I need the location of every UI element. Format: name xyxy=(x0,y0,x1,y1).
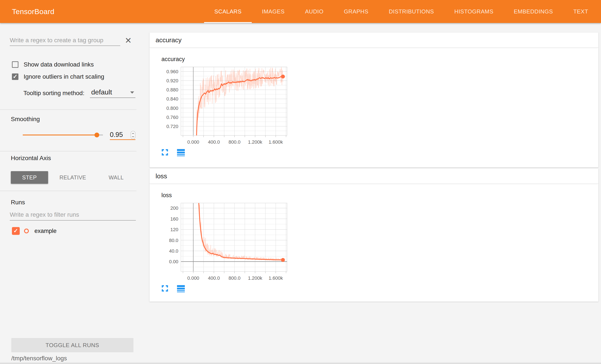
divider xyxy=(0,191,137,191)
run-selector-icon[interactable] xyxy=(177,149,185,156)
app-header: TensorBoard SCALARSIMAGESAUDIOGRAPHSDIST… xyxy=(0,0,601,23)
svg-text:1.600k: 1.600k xyxy=(269,275,283,281)
loss-chart[interactable]: 0.0040.080.01201602000.000400.0800.01.20… xyxy=(160,202,290,287)
divider xyxy=(0,151,137,152)
axis-mode-wall[interactable]: WALL xyxy=(98,171,135,184)
svg-text:0.000: 0.000 xyxy=(187,139,199,145)
smoothing-value-input[interactable] xyxy=(110,130,127,139)
fullscreen-icon[interactable] xyxy=(161,285,168,292)
smoothing-label: Smoothing xyxy=(11,116,40,123)
app-title: TensorBoard xyxy=(12,7,54,16)
toggle-all-runs-button[interactable]: TOGGLE ALL RUNS xyxy=(11,338,133,352)
svg-text:80.0: 80.0 xyxy=(169,238,178,243)
clear-tag-filter-icon[interactable]: ✕ xyxy=(125,36,132,45)
show-download-links-checkbox[interactable] xyxy=(12,61,19,68)
group-header-accuracy[interactable]: accuracy xyxy=(150,32,598,48)
ignore-outliers-checkbox[interactable] xyxy=(12,73,19,80)
svg-text:0.760: 0.760 xyxy=(166,115,178,120)
slider-thumb[interactable] xyxy=(94,133,99,137)
tab-text[interactable]: TEXT xyxy=(563,0,598,23)
tooltip-sorting-select[interactable]: default xyxy=(90,87,135,98)
tab-histograms[interactable]: HISTOGRAMS xyxy=(444,0,503,23)
smoothing-slider[interactable] xyxy=(23,132,103,138)
logdir-path: /tmp/tensorflow_logs xyxy=(11,355,67,362)
axis-mode-relative[interactable]: RELATIVE xyxy=(54,171,91,184)
svg-text:0.880: 0.880 xyxy=(166,87,178,92)
divider xyxy=(0,109,137,110)
svg-text:1.600k: 1.600k xyxy=(269,139,283,145)
svg-text:400.0: 400.0 xyxy=(208,275,220,281)
axis-mode-step[interactable]: STEP xyxy=(11,171,48,184)
smoothing-value-box xyxy=(110,130,135,140)
group-title: loss xyxy=(156,172,167,180)
tab-audio[interactable]: AUDIO xyxy=(295,0,334,23)
svg-text:800.0: 800.0 xyxy=(229,275,240,281)
svg-text:160: 160 xyxy=(170,216,178,222)
accuracy-chart[interactable]: 0.7200.7600.8000.8400.8800.9200.9600.000… xyxy=(160,66,290,151)
svg-text:400.0: 400.0 xyxy=(208,139,220,145)
run-row-example[interactable]: example xyxy=(12,226,57,236)
svg-text:0.00: 0.00 xyxy=(169,259,178,264)
tooltip-sorting-row: Tooltip sorting method: default xyxy=(23,88,84,98)
run-name: example xyxy=(34,228,57,234)
run-color-swatch xyxy=(24,229,29,233)
horizontal-axis-buttons: STEPRELATIVEWALL xyxy=(11,171,135,184)
svg-text:800.0: 800.0 xyxy=(229,139,240,145)
chart-title-loss: loss xyxy=(161,192,172,199)
chart-toolbar xyxy=(161,285,185,292)
svg-text:0.960: 0.960 xyxy=(166,69,178,74)
step-up-icon[interactable] xyxy=(132,133,134,135)
slider-fill xyxy=(23,135,97,135)
svg-text:40.0: 40.0 xyxy=(169,248,178,254)
svg-text:1.200k: 1.200k xyxy=(248,139,262,145)
group-header-loss[interactable]: loss xyxy=(150,169,598,184)
tab-images[interactable]: IMAGES xyxy=(252,0,295,23)
tooltip-sorting-value: default xyxy=(91,88,112,96)
show-download-links-label: Show data download links xyxy=(24,61,94,68)
group-title: accuracy xyxy=(156,36,181,44)
svg-text:0.840: 0.840 xyxy=(166,96,178,102)
ignore-outliers-label: Ignore outliers in chart scaling xyxy=(24,73,104,80)
runs-label: Runs xyxy=(11,199,25,206)
tab-embeddings[interactable]: EMBEDDINGS xyxy=(503,0,563,23)
chart-title-accuracy: accuracy xyxy=(161,56,185,63)
tag-filter-input[interactable] xyxy=(10,35,120,46)
scalar-group-loss: loss loss 0.0040.080.01201602000.000400.… xyxy=(150,169,598,302)
chart-toolbar xyxy=(161,149,185,156)
smoothing-stepper[interactable] xyxy=(131,131,135,139)
horizontal-axis-label: Horizontal Axis xyxy=(11,155,51,162)
step-down-icon[interactable] xyxy=(132,135,134,137)
svg-text:200: 200 xyxy=(170,205,178,211)
show-download-links-checkbox-row[interactable]: Show data download links xyxy=(12,61,94,68)
sidebar: ✕ Show data download links Ignore outlie… xyxy=(0,23,149,364)
svg-text:0.720: 0.720 xyxy=(166,124,178,129)
fullscreen-icon[interactable] xyxy=(161,149,168,156)
svg-text:1.200k: 1.200k xyxy=(248,275,262,281)
svg-text:0.000: 0.000 xyxy=(187,275,199,281)
run-checkbox[interactable] xyxy=(12,227,20,235)
tooltip-sorting-label: Tooltip sorting method: xyxy=(23,90,84,96)
tab-distributions[interactable]: DISTRIBUTIONS xyxy=(379,0,444,23)
svg-text:120: 120 xyxy=(170,227,178,232)
run-list: example xyxy=(12,226,57,236)
main-content: accuracy accuracy 0.7200.7600.8000.8400.… xyxy=(149,23,601,364)
top-nav: SCALARSIMAGESAUDIOGRAPHSDISTRIBUTIONSHIS… xyxy=(204,0,598,23)
runs-filter-input[interactable] xyxy=(10,209,136,221)
chevron-down-icon xyxy=(130,91,134,94)
tab-scalars[interactable]: SCALARS xyxy=(204,0,252,23)
scalar-group-accuracy: accuracy accuracy 0.7200.7600.8000.8400.… xyxy=(150,32,598,167)
svg-text:0.920: 0.920 xyxy=(166,78,178,83)
ignore-outliers-checkbox-row[interactable]: Ignore outliers in chart scaling xyxy=(12,73,104,80)
tab-graphs[interactable]: GRAPHS xyxy=(334,0,379,23)
svg-text:0.800: 0.800 xyxy=(166,106,178,111)
run-selector-icon[interactable] xyxy=(177,285,185,292)
